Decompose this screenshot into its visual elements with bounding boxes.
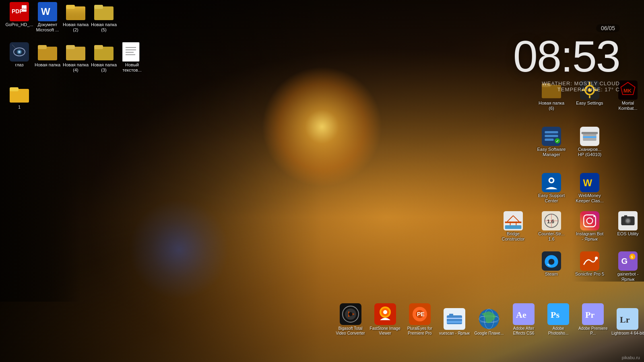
svg-rect-100	[449, 314, 453, 316]
word-label: Документ Microsoft ...	[33, 22, 63, 33]
bottom-icon-pluraleyes[interactable]: PE PluralEyes for Premiere Pro	[403, 303, 436, 336]
desktop-icon-easy-support[interactable]: Easy Support Center	[535, 173, 568, 204]
desktop-icon-folder5[interactable]: Новая папка (5)	[88, 2, 120, 33]
desktop-icon-instagram[interactable]: Instagram Bot - Ярлык	[574, 211, 606, 242]
adobe-ps-icon: Ps	[547, 303, 569, 325]
desktop-icon-gopro[interactable]: PDF Go GoPro_HD_...	[3, 2, 35, 27]
bottom-icon-google-earth[interactable]: Google Плане...	[473, 308, 505, 336]
svg-text:✓: ✓	[556, 139, 559, 143]
adobe-ae-label: Adobe After Effects CS6	[508, 326, 540, 336]
bottom-icons-row: Bigasoft Total Video Converter FastStone…	[334, 303, 644, 336]
folder4a-label: Новая папка	[35, 62, 60, 68]
gainerbot-icon: G $	[618, 251, 638, 271]
clock-date: 06/05	[513, 24, 620, 32]
desktop-icon-eos[interactable]: EOS Utility	[612, 211, 644, 237]
svg-text:Go: Go	[22, 7, 27, 11]
gainerbot-label: gainerbot - Ярлык	[613, 272, 643, 282]
svg-point-92	[383, 310, 387, 314]
desktop-icon-sonicfire[interactable]: Sonicfire Pro 5	[574, 251, 606, 277]
bottom-icon-bigasoft[interactable]: Bigasoft Total Video Converter	[334, 303, 367, 336]
folder4a-icon	[38, 42, 57, 62]
steam-label: Steam	[545, 272, 558, 277]
desktop-icon-folder4a[interactable]: Новая папка	[31, 42, 64, 68]
scanner-label: Сканиров... HP (G4010)	[575, 147, 605, 157]
svg-rect-24	[126, 52, 134, 53]
desktop-icon-gainerbot[interactable]: G $ gainerbot - Ярлык	[612, 251, 644, 282]
svg-rect-34	[589, 95, 590, 98]
bottom-icon-faststone[interactable]: FastStone Image Viewer	[369, 303, 401, 336]
svg-rect-10	[94, 5, 103, 9]
google-earth-label: Google Плане...	[474, 331, 504, 336]
svg-rect-8	[66, 5, 75, 9]
mortal-label: Mortal Kombat...	[613, 101, 643, 111]
desktop-icon-esm[interactable]: ✓ Easy Software Manager	[535, 127, 568, 157]
desktop-icon-word[interactable]: W Документ Microsoft ...	[31, 2, 64, 33]
svg-rect-27	[10, 87, 19, 91]
instagram-label: Instagram Bot - Ярлык	[575, 231, 605, 242]
sonicfire-icon	[580, 251, 599, 271]
bottom-icon-adobe-lr[interactable]: Lr Lightroom 4 64-bit	[611, 308, 644, 336]
adobe-lr-label: Lightroom 4 64-bit	[611, 331, 644, 336]
weather-label: WEATHER: MOSTLY CLOUD	[513, 80, 620, 86]
counter-icon: 1.6	[542, 211, 561, 230]
desktop-icon-folder1[interactable]: 1	[3, 84, 35, 110]
bottom-icon-vuescan[interactable]: vuescan - Ярлык	[438, 308, 471, 336]
adobe-pr-label: Adobe Premiere P...	[577, 326, 609, 336]
svg-rect-25	[126, 54, 135, 55]
folder5-label: Новая папка (5)	[89, 22, 119, 33]
eye-icon	[10, 42, 29, 62]
desktop-icon-eye[interactable]: глаз	[3, 42, 35, 68]
svg-text:MK: MK	[623, 88, 632, 94]
adobe-pr-icon: Pr	[582, 303, 604, 325]
adobe-ae-icon: Ae	[513, 303, 535, 325]
desktop-icon-scanner[interactable]: Сканиров... HP (G4010)	[574, 127, 606, 157]
txt-label: Новый текстов...	[117, 62, 147, 73]
gopro-label: GoPro_HD_...	[5, 22, 33, 27]
svg-rect-99	[447, 321, 462, 323]
desktop-icon-counter[interactable]: 1.6 Counter-Str... 1.6	[535, 211, 568, 242]
desktop: 06/05 08:53 WEATHER: MOSTLY CLOUD TEMPER…	[0, 0, 644, 362]
folder2-label: Новая папка (2)	[61, 22, 91, 33]
svg-rect-43	[545, 139, 553, 141]
desktop-icon-steam[interactable]: Steam	[535, 251, 568, 277]
desktop-icon-folder4[interactable]: Новая папка (4)	[60, 42, 92, 73]
bottom-icon-adobe-ps[interactable]: Ps Adobe Photosho...	[542, 303, 575, 336]
easy-settings-label: Easy Settings	[576, 101, 603, 106]
bottom-icon-adobe-ae[interactable]: Ae Adobe After Effects CS6	[508, 303, 540, 336]
desktop-icon-bridge[interactable]: Bridge Constructor	[497, 211, 529, 242]
bigasoft-icon	[340, 303, 361, 325]
svg-rect-56	[505, 222, 522, 223]
eye-label: глаз	[15, 62, 23, 68]
svg-rect-41	[545, 131, 558, 134]
svg-rect-20	[94, 45, 103, 49]
esm-icon: ✓	[542, 127, 561, 146]
easy-support-icon	[542, 173, 561, 192]
folder6-label: Новая папка (6)	[537, 101, 567, 111]
clock-widget: 06/05 08:53 WEATHER: MOSTLY CLOUD TEMPER…	[513, 24, 620, 93]
steam-icon	[542, 251, 561, 271]
svg-text:$: $	[631, 255, 633, 259]
bottom-icon-adobe-pr[interactable]: Pr Adobe Premiere P...	[577, 303, 609, 336]
watermark: pikabu.ru	[622, 355, 640, 360]
webmoney-label: WebMoney Keeper Clas...	[575, 193, 605, 204]
desktop-icon-webmoney[interactable]: W WebMoney Keeper Clas...	[574, 173, 606, 204]
desktop-icon-folder2[interactable]: Новая папка (2)	[60, 2, 92, 33]
desktop-icon-txt[interactable]: Новый текстов...	[116, 42, 148, 73]
folder2-icon	[66, 2, 85, 21]
svg-text:Pr: Pr	[585, 310, 594, 320]
svg-rect-67	[580, 211, 599, 230]
easy-support-label: Easy Support Center	[537, 193, 567, 204]
date-display: 06/05	[596, 24, 620, 32]
svg-rect-49	[582, 132, 598, 134]
webmoney-icon: W	[580, 173, 599, 192]
desktop-icon-folder3[interactable]: Новая папка (3)	[88, 42, 120, 73]
folder4-label: Новая папка (4)	[61, 62, 91, 73]
folder3-icon	[94, 42, 114, 62]
sonicfire-label: Sonicfire Pro 5	[575, 272, 604, 277]
adobe-ps-label: Adobe Photosho...	[542, 326, 575, 336]
pluraleyes-icon: PE	[409, 303, 431, 325]
clock-weather: WEATHER: MOSTLY CLOUD TEMPERATURE: 17° C	[513, 80, 620, 93]
svg-point-70	[593, 216, 595, 217]
txt-icon	[122, 42, 142, 62]
svg-rect-101	[447, 318, 462, 319]
